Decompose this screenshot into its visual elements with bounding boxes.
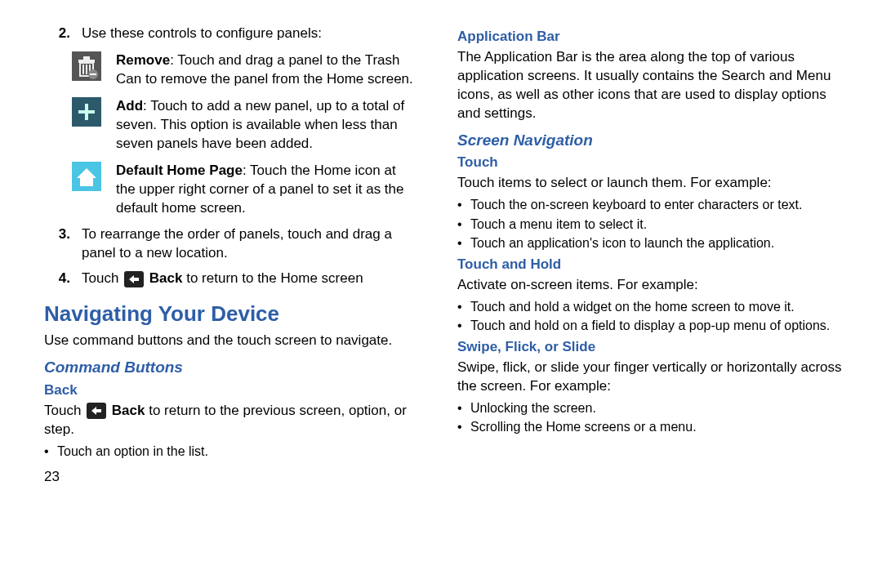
step-2: 2. Use these controls to configure panel… xyxy=(24,24,416,43)
plus-icon xyxy=(72,97,105,154)
add-text: : Touch to add a new panel, up to a tota… xyxy=(116,98,404,151)
bullet: •Touch a menu item to select it. xyxy=(457,216,849,234)
step-3: 3. To rearrange the order of panels, tou… xyxy=(24,225,416,263)
bullet-text: Scrolling the Home screens or a menu. xyxy=(470,418,697,436)
back-pre: Touch xyxy=(44,403,85,418)
add-label: Add xyxy=(116,98,143,114)
back-icon xyxy=(87,403,106,419)
step-4: 4. Touch Back to return to the Home scre… xyxy=(24,270,416,288)
bullet-text: Unlocking the screen. xyxy=(470,399,596,417)
bullet: •Touch and hold a widget on the home scr… xyxy=(457,298,849,316)
bullet: •Scrolling the Home screens or a menu. xyxy=(457,418,849,436)
back-icon xyxy=(124,271,144,287)
default-label: Default Home Page xyxy=(116,163,243,178)
step-text: Touch Back to return to the Home screen xyxy=(82,270,416,288)
bullet: •Touch an application's icon to launch t… xyxy=(457,234,849,252)
heading-command-buttons: Command Buttons xyxy=(44,357,416,378)
default-home-row: Default Home Page: Touch the Home icon a… xyxy=(72,162,416,218)
bullet: •Unlocking the screen. xyxy=(457,399,849,417)
bullet-text: Touch and hold on a field to display a p… xyxy=(470,317,830,335)
svg-rect-8 xyxy=(90,74,96,75)
document-page: 2. Use these controls to configure panel… xyxy=(0,0,882,495)
remove-row: Remove: Touch and drag a panel to the Tr… xyxy=(72,51,416,89)
nav-intro: Use command buttons and the touch screen… xyxy=(44,332,416,350)
add-desc: Add: Touch to add a new panel, up to a t… xyxy=(116,97,416,154)
page-number: 23 xyxy=(44,468,416,487)
step4-pre: Touch xyxy=(82,270,122,286)
heading-touch-hold: Touch and Hold xyxy=(457,256,849,274)
step-text: To rearrange the order of panels, touch … xyxy=(82,225,416,263)
th-intro: Activate on-screen items. For example: xyxy=(457,276,849,295)
bullet: •Touch and hold on a field to display a … xyxy=(457,317,849,335)
bullet-text: Touch an application's icon to launch th… xyxy=(470,234,774,252)
bullet-text: Touch and hold a widget on the home scre… xyxy=(470,298,795,316)
step-text: Use these controls to configure panels: xyxy=(82,24,416,43)
touch-intro: Touch items to select or launch them. Fo… xyxy=(457,174,849,193)
svg-rect-11 xyxy=(78,110,95,114)
bullet-text: Touch a menu item to select it. xyxy=(470,216,647,234)
heading-swipe: Swipe, Flick, or Slide xyxy=(457,338,849,357)
heading-navigating: Navigating Your Device xyxy=(44,300,416,328)
svg-rect-2 xyxy=(83,56,90,60)
default-desc: Default Home Page: Touch the Home icon a… xyxy=(116,162,416,218)
bullet: •Touch the on-screen keyboard to enter c… xyxy=(457,196,849,214)
step4-post: to return to the Home screen xyxy=(186,270,363,286)
heading-screen-nav: Screen Navigation xyxy=(457,130,849,151)
step-number: 3. xyxy=(51,225,70,263)
step4-back-label: Back xyxy=(149,270,183,286)
remove-desc: Remove: Touch and drag a panel to the Tr… xyxy=(116,51,416,89)
trash-icon xyxy=(72,51,105,89)
heading-touch: Touch xyxy=(457,154,849,172)
back-para: Touch Back to return to the previous scr… xyxy=(44,402,416,439)
step-number: 4. xyxy=(51,270,70,288)
appbar-text: The Application Bar is the area along th… xyxy=(457,48,849,123)
swipe-intro: Swipe, flick, or slide your finger verti… xyxy=(457,359,849,396)
heading-appbar: Application Bar xyxy=(457,28,849,47)
heading-back: Back xyxy=(44,381,416,400)
home-icon xyxy=(72,162,105,218)
left-column: 2. Use these controls to configure panel… xyxy=(24,24,416,487)
bullet-text: Touch the on-screen keyboard to enter ch… xyxy=(470,196,802,214)
step-number: 2. xyxy=(51,24,70,43)
add-row: Add: Touch to add a new panel, up to a t… xyxy=(72,97,416,154)
bullet: •Touch an option in the list. xyxy=(44,443,416,461)
bullet-text: Touch an option in the list. xyxy=(57,443,208,461)
back-label: Back xyxy=(112,403,145,418)
right-column: Application Bar The Application Bar is t… xyxy=(457,24,849,487)
remove-label: Remove xyxy=(116,52,170,68)
